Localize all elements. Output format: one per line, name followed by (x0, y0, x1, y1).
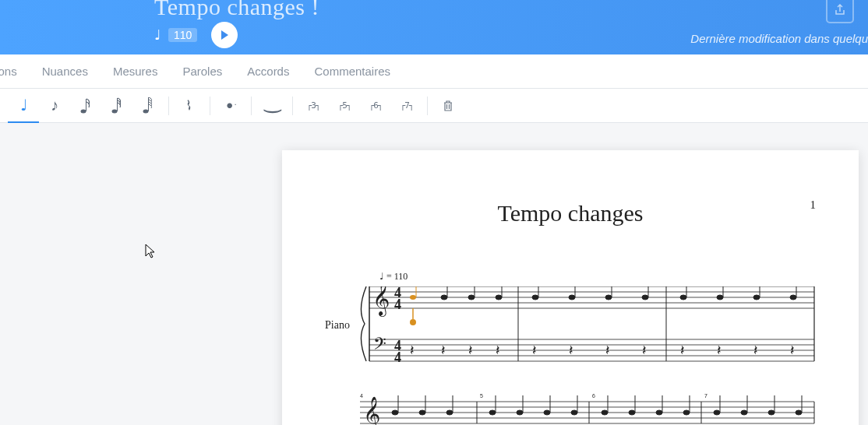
svg-point-98 (656, 410, 662, 415)
svg-point-48 (717, 295, 723, 300)
svg-text:6: 6 (592, 393, 595, 399)
menu-bar: tions Nuances Mesures Paroles Accords Co… (0, 54, 868, 89)
delete-button[interactable] (432, 89, 464, 123)
svg-text:𝄢: 𝄢 (373, 335, 386, 357)
svg-point-50 (753, 295, 760, 300)
svg-text:7: 7 (704, 393, 707, 399)
tempo-marking[interactable]: ♩ = 110 (379, 271, 408, 283)
tempo-value[interactable]: 110 (168, 28, 197, 42)
svg-point-32 (441, 295, 447, 300)
play-button[interactable] (211, 22, 238, 48)
svg-point-40 (569, 295, 575, 300)
svg-point-86 (489, 410, 496, 415)
menu-item-0[interactable]: tions (0, 65, 17, 78)
quarter-note-icon: ♩ (154, 26, 161, 44)
svg-text:𝄽: 𝄽 (468, 346, 472, 354)
document-title[interactable]: Tempo changes ! (154, 0, 319, 20)
share-button[interactable] (826, 0, 854, 23)
toolbar-separator (210, 97, 210, 115)
last-modified-text: Dernière modification dans quelqu (690, 32, 868, 45)
tempo-controls: ♩ 110 (154, 22, 238, 48)
svg-point-88 (517, 410, 523, 415)
page-number: 1 (810, 198, 817, 212)
rest-icon (185, 97, 194, 114)
tuplet-6-button[interactable]: ┌6┐ (360, 89, 391, 123)
svg-point-82 (419, 410, 425, 415)
svg-text:𝄽: 𝄽 (680, 346, 684, 354)
svg-text:𝄞: 𝄞 (363, 396, 380, 425)
svg-point-34 (468, 295, 475, 300)
app-header: Tempo changes ! ♩ 110 Dernière modificat… (0, 0, 868, 54)
svg-point-102 (714, 410, 720, 415)
tie-button[interactable]: ⌣ (256, 89, 288, 123)
svg-point-108 (796, 410, 802, 415)
svg-point-36 (496, 295, 502, 300)
rest-button[interactable] (174, 89, 205, 123)
svg-point-52 (790, 295, 796, 300)
eighth-note-button[interactable]: ♪ (39, 89, 70, 123)
svg-point-46 (680, 295, 686, 300)
score-page: 1 Tempo changes ♩ = 110 Piano (282, 150, 859, 425)
menu-item-accords[interactable]: Accords (247, 65, 289, 78)
toolbar-separator (168, 97, 169, 115)
dot-button[interactable]: •. (215, 89, 246, 123)
svg-point-38 (532, 295, 538, 300)
svg-text:𝄽: 𝄽 (496, 346, 499, 354)
svg-point-84 (446, 410, 453, 415)
play-icon (219, 30, 230, 40)
quarter-note-button[interactable]: ♩ (8, 89, 39, 123)
svg-point-4 (143, 109, 149, 113)
svg-rect-1 (86, 99, 86, 111)
staff-system[interactable]: 𝄞 𝄢 4 4 4 4 1 2 3 (360, 286, 820, 425)
toolbar-separator (427, 97, 428, 115)
sixteenth-note-button[interactable] (70, 89, 101, 123)
svg-point-31 (410, 319, 416, 325)
svg-text:𝄽: 𝄽 (642, 346, 646, 354)
tuplet-7-button[interactable]: ┌7┐ (391, 89, 422, 123)
trash-icon (443, 100, 453, 112)
svg-text:4: 4 (360, 393, 363, 399)
note-toolbar: ♩ ♪ •. ⌣ (0, 89, 868, 123)
svg-text:𝄽: 𝄽 (532, 346, 536, 354)
svg-point-96 (629, 410, 635, 415)
svg-point-94 (602, 410, 608, 415)
tuplet-5-button[interactable]: ┌5┐ (329, 89, 360, 123)
toolbar-separator (292, 97, 293, 115)
svg-text:𝄞: 𝄞 (372, 286, 390, 318)
svg-point-29 (410, 295, 416, 300)
share-icon (834, 3, 846, 16)
menu-item-commentaires[interactable]: Commentaires (314, 65, 390, 78)
menu-item-paroles[interactable]: Paroles (182, 65, 222, 78)
svg-point-100 (683, 410, 690, 415)
svg-point-80 (392, 410, 398, 415)
svg-rect-3 (117, 98, 118, 111)
svg-point-90 (544, 410, 550, 415)
score-title[interactable]: Tempo changes (313, 200, 827, 227)
sixtyfourth-note-icon (142, 97, 154, 114)
thirtysecond-note-button[interactable] (101, 89, 132, 123)
tuplet-3-button[interactable]: ┌3┐ (298, 89, 329, 123)
svg-point-92 (571, 410, 577, 415)
score-canvas[interactable]: 1 Tempo changes ♩ = 110 Piano (0, 123, 868, 425)
svg-point-106 (768, 410, 774, 415)
svg-text:𝄽: 𝄽 (605, 346, 609, 354)
menu-item-mesures[interactable]: Mesures (113, 65, 158, 78)
svg-point-104 (741, 410, 747, 415)
sixtyfourth-note-button[interactable] (132, 89, 164, 123)
svg-text:𝄽: 𝄽 (790, 346, 794, 354)
menu-item-nuances[interactable]: Nuances (42, 65, 88, 78)
svg-rect-5 (148, 97, 149, 111)
svg-text:𝄽: 𝄽 (441, 346, 445, 354)
svg-point-2 (112, 109, 118, 113)
svg-point-0 (81, 109, 86, 113)
instrument-label[interactable]: Piano (325, 319, 350, 332)
sixteenth-note-icon (79, 97, 92, 114)
toolbar-separator (251, 97, 252, 115)
svg-text:4: 4 (394, 349, 401, 365)
svg-text:𝄽: 𝄽 (753, 346, 757, 354)
svg-text:4: 4 (394, 297, 401, 312)
svg-text:𝄽: 𝄽 (410, 346, 414, 354)
svg-text:𝄽: 𝄽 (717, 346, 721, 354)
svg-point-44 (642, 295, 648, 300)
svg-text:5: 5 (480, 393, 483, 399)
